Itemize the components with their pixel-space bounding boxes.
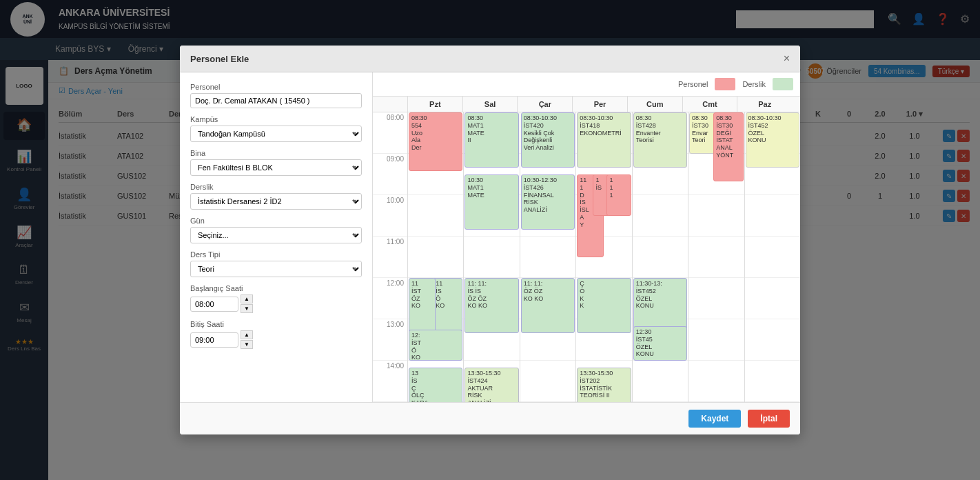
per-event-1[interactable]: 08:30-10:30İST418EKONOMETRİ <box>577 112 631 168</box>
time-col-header <box>373 97 407 112</box>
baslangic-group: Başlangıç Saati ▲ ▼ <box>190 284 362 313</box>
cum-event-3[interactable]: 12:30İST45ÖZELKONU <box>633 326 687 361</box>
bina-group: Bina Fen Fakültesi B BLOK <box>190 149 362 176</box>
bitis-input[interactable] <box>190 332 238 348</box>
calendar-body: 08:00 09:00 10:00 11:00 12:00 13:00 14:0… <box>373 112 800 402</box>
pzt-event-5[interactable]: 13İSÇÖLÇKARA <box>409 368 462 402</box>
personel-legend-box <box>715 78 735 90</box>
derslik-group: Derslik İstatistik Dersanesi 2 İD2 <box>190 183 362 210</box>
paz-slot-13 <box>745 319 800 361</box>
ders-tipi-label: Ders Tipi <box>190 250 362 259</box>
pzt-event-2[interactable]: 11İSÖKO <box>433 278 462 333</box>
baslangic-down-btn[interactable]: ▼ <box>241 304 253 313</box>
personel-input[interactable] <box>190 93 362 108</box>
pzt-event-4[interactable]: 12:İSTÖKO <box>409 330 462 361</box>
time-1100: 11:00 <box>373 237 407 278</box>
time-0800: 08:00 <box>373 112 407 154</box>
cmt-slot-14 <box>688 361 744 402</box>
modal-close-btn[interactable]: × <box>784 52 790 65</box>
baslangic-input[interactable] <box>190 297 238 312</box>
pzt-slot-10 <box>408 195 463 237</box>
save-button[interactable]: Kaydet <box>688 410 741 428</box>
modal-form: Personel Kampüs Tandoğan Kampüsü Bina <box>180 72 373 402</box>
bina-label: Bina <box>190 149 362 157</box>
derslik-legend-label: Derslik <box>742 80 766 88</box>
gun-select-wrap: Seçiniz... <box>190 227 362 243</box>
col-per: 08:30-10:30İST418EKONOMETRİ 111DİSİSLAY … <box>575 112 631 402</box>
baslangic-label: Başlangıç Saati <box>190 284 362 292</box>
time-0900: 09:00 <box>373 154 407 195</box>
ders-tipi-select-wrap: Teori <box>190 261 362 277</box>
col-cmt: 08:30İST30EnvarTeori 08:30İST30DEĞİİSTAT… <box>688 112 744 402</box>
per-event-4[interactable]: 111 <box>606 174 631 216</box>
personel-label: Personel <box>190 83 362 91</box>
pzt-event-1[interactable]: 08:30554UzoAlaDer <box>409 112 462 171</box>
time-1000: 10:00 <box>373 195 407 237</box>
modal-title: Personel Ekle <box>190 54 249 64</box>
derslik-select-wrap: İstatistik Dersanesi 2 İD2 <box>190 193 362 210</box>
day-columns: 08:30554UzoAlaDer 11İSÖKO 11İSTÖZKO 12:İ… <box>407 112 800 402</box>
paz-slot-11 <box>745 237 800 278</box>
sal-event-3[interactable]: 11: 11:İS İSÖZ ÖZKO KO <box>465 278 518 333</box>
cmt-event-2[interactable]: 08:30İST30DEĞİİSTATANALYÖNT <box>713 112 743 181</box>
cmt-slot-10 <box>688 195 744 237</box>
gun-select[interactable]: Seçiniz... <box>190 227 362 243</box>
modal-calendar: Personel Derslik Pzt Sal Çar Per Cum Cmt… <box>373 72 800 402</box>
derslik-label: Derslik <box>190 183 362 191</box>
paz-event-1[interactable]: 08:30-10:30İST452ÖZELKONU <box>746 112 799 168</box>
cum-slot-11 <box>633 237 688 278</box>
col-car: 08:30-10:30İST420Kesikli ÇokDeğişkenliVe… <box>520 112 575 402</box>
time-1200: 12:00 <box>373 278 407 319</box>
sal-event-2[interactable]: 10:30MAT1MATE <box>465 174 518 230</box>
bitis-label: Bitiş Saati <box>190 320 362 328</box>
cmt-slot-13 <box>688 319 744 361</box>
car-event-1[interactable]: 08:30-10:30İST420Kesikli ÇokDeğişkenliVe… <box>521 112 575 168</box>
per-event-5[interactable]: ÇÖKK <box>577 278 631 333</box>
cum-slot-10 <box>633 195 688 237</box>
calendar-days-header: Pzt Sal Çar Per Cum Cmt Paz <box>373 97 800 112</box>
car-slot-14 <box>520 361 575 402</box>
baslangic-up-btn[interactable]: ▲ <box>241 294 253 303</box>
gun-label: Gün <box>190 217 362 225</box>
col-cum: 08:30İST428EnvanterTeorisi 11:30-13:İST4… <box>632 112 688 402</box>
bina-select[interactable]: Fen Fakültesi B BLOK <box>190 159 362 176</box>
bitis-group: Bitiş Saati ▲ ▼ <box>190 320 362 349</box>
time-1300: 13:00 <box>373 319 407 361</box>
sal-event-1[interactable]: 08:30MAT1MATEII <box>465 112 518 168</box>
per-event-6[interactable]: 13:30-15:30İST202İSTATİSTİKTEORİSİ II <box>577 368 631 402</box>
pzt-event-3[interactable]: 11İSTÖZKO <box>409 278 436 333</box>
sal-event-4[interactable]: 13:30-15:30İST424AKTUARRİSKANALİZİ <box>465 368 518 402</box>
bitis-down-btn[interactable]: ▼ <box>241 340 253 349</box>
derslik-select[interactable]: İstatistik Dersanesi 2 İD2 <box>190 193 362 210</box>
cancel-button[interactable]: İptal <box>748 410 790 428</box>
day-cmt: Cmt <box>682 97 737 112</box>
scroll-spacer <box>792 97 800 112</box>
cum-event-1[interactable]: 08:30İST428EnvanterTeorisi <box>633 112 687 168</box>
car-event-2[interactable]: 10:30-12:30İST426FİNANSALRİSKANALİZİ <box>521 174 575 230</box>
ders-tipi-select[interactable]: Teori <box>190 261 362 277</box>
cum-slot-14 <box>633 361 688 402</box>
col-pzt: 08:30554UzoAlaDer 11İSÖKO 11İSTÖZKO 12:İ… <box>407 112 463 402</box>
paz-slot-14 <box>745 361 800 402</box>
day-per: Per <box>572 97 627 112</box>
derslik-legend-box <box>773 78 793 90</box>
bina-select-wrap: Fen Fakültesi B BLOK <box>190 159 362 176</box>
day-cum: Cum <box>627 97 682 112</box>
bitis-up-btn[interactable]: ▲ <box>241 330 253 339</box>
pzt-slot-11 <box>408 237 463 278</box>
car-slot-11 <box>520 237 575 278</box>
modal-header: Personel Ekle × <box>180 46 800 72</box>
cmt-slot-11 <box>688 237 744 278</box>
ders-tipi-group: Ders Tipi Teori <box>190 250 362 277</box>
kampus-label: Kampüs <box>190 115 362 123</box>
car-event-3[interactable]: 11: 11:ÖZ ÖZKO KO <box>521 278 575 333</box>
day-paz: Paz <box>737 97 792 112</box>
modal-overlay: Personel Ekle × Personel Kampüs Tandoğan… <box>0 0 980 480</box>
personel-legend-label: Personel <box>678 80 708 88</box>
col-paz: 08:30-10:30İST452ÖZELKONU <box>744 112 800 402</box>
cum-event-2[interactable]: 11:30-13:İST452ÖZELKONU <box>633 278 687 333</box>
gun-group: Gün Seçiniz... <box>190 217 362 243</box>
modal-body: Personel Kampüs Tandoğan Kampüsü Bina <box>180 72 800 402</box>
kampus-select-wrap: Tandoğan Kampüsü <box>190 126 362 142</box>
kampus-select[interactable]: Tandoğan Kampüsü <box>190 126 362 142</box>
